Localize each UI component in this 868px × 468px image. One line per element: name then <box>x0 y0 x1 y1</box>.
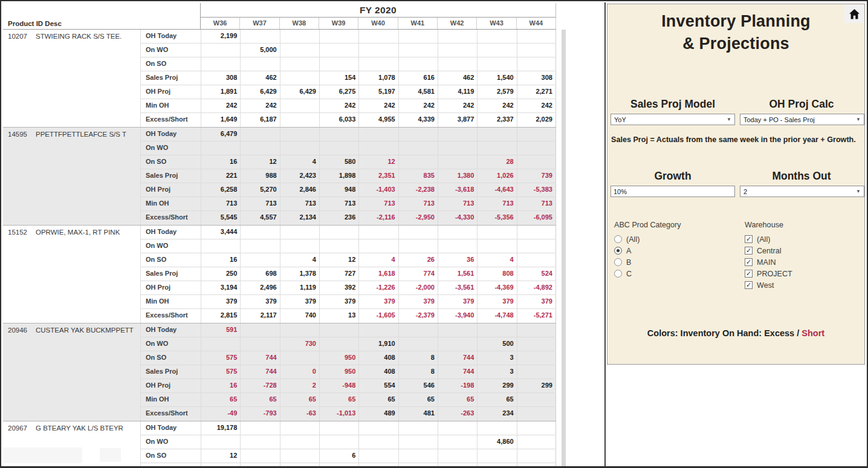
table-cell: 0 <box>280 365 319 379</box>
product-desc: G BTEARY YAK L/S BTEYR <box>36 424 123 432</box>
table-cell: 236 <box>319 211 358 225</box>
table-cell: 591 <box>201 323 240 337</box>
table-cell: 65 <box>319 393 358 406</box>
checkbox-option-central[interactable]: ✓Central <box>745 245 792 256</box>
table-cell: 580 <box>319 155 358 169</box>
table-cell: 2,117 <box>240 309 279 323</box>
table-row: Min OH6565656565656565 <box>140 393 556 407</box>
table-cell: 16 <box>201 155 240 169</box>
radio-option-b[interactable]: B <box>614 256 640 268</box>
months-out-dropdown[interactable]: 2 ▼ <box>740 186 864 197</box>
table-cell: -728 <box>240 379 279 392</box>
table-cell: 65 <box>280 393 319 406</box>
metric-label: OH Proj <box>140 281 201 294</box>
table-cell: 12 <box>201 449 240 463</box>
table-cell <box>240 239 279 253</box>
chevron-down-icon: ▼ <box>856 189 861 194</box>
table-row: Sales Proj575744095040887443 <box>140 365 556 379</box>
table-cell: 408 <box>358 351 398 365</box>
table-cell: -198 <box>438 379 477 392</box>
metric-label: Sales Proj <box>140 267 201 281</box>
table-cell: -263 <box>438 407 477 421</box>
table-cell <box>438 57 477 71</box>
table-cell: 65 <box>438 393 477 406</box>
table-cell <box>438 128 477 141</box>
table-cell: 242 <box>240 99 279 112</box>
table-cell: 234 <box>477 407 516 421</box>
radio-option-label: (All) <box>626 235 640 244</box>
home-icon[interactable] <box>844 5 864 23</box>
growth-input[interactable] <box>611 186 735 197</box>
table-row: Excess/Short1,6496,1876,0334,9554,3393,8… <box>140 113 556 127</box>
table-cell <box>358 128 398 141</box>
metric-label: OH Today <box>140 128 201 141</box>
table-cell: 713 <box>398 197 438 210</box>
table-cell <box>358 30 398 43</box>
table-row: OH Proj1,8916,4296,4296,2755,1974,5814,1… <box>140 85 556 99</box>
metric-label: OH Proj <box>140 85 201 99</box>
table-cell: 546 <box>398 379 438 392</box>
table-cell <box>398 449 438 463</box>
radio-option-all[interactable]: (All) <box>614 233 640 245</box>
placeholder-box <box>100 448 121 462</box>
table-cell: 2,271 <box>517 85 556 99</box>
table-cell <box>438 30 477 43</box>
panel-title-line1: Inventory Planning <box>626 10 846 33</box>
table-cell <box>438 141 477 155</box>
table-cell: 950 <box>319 351 358 365</box>
table-scrollbar[interactable] <box>562 30 566 466</box>
table-row: OH Today6,479 <box>140 128 556 141</box>
table-cell: 3,194 <box>201 281 240 294</box>
table-cell <box>319 435 358 449</box>
table-row: On WO <box>140 141 556 155</box>
inventory-table: Product ID Desc FY 2020 W36W37W38W39W40W… <box>3 3 568 466</box>
checkbox-option-west[interactable]: ✓West <box>745 279 792 291</box>
table-cell <box>280 71 319 85</box>
table-cell: 2,351 <box>358 169 398 183</box>
table-cell <box>240 435 279 449</box>
table-cell <box>517 239 556 253</box>
checkbox-option-project[interactable]: ✓PROJECT <box>745 268 792 279</box>
table-cell: 65 <box>240 393 279 406</box>
table-cell: 730 <box>280 337 319 351</box>
checkbox-option-all[interactable]: ✓(All) <box>745 233 792 245</box>
table-corner-cell: Product ID Desc <box>3 3 201 29</box>
table-cell: -4,643 <box>477 183 516 197</box>
table-cell: 242 <box>477 99 516 112</box>
table-cell <box>398 30 438 43</box>
sales-proj-model-dropdown[interactable]: YoY ▼ <box>611 114 735 125</box>
table-cell: 379 <box>517 295 556 308</box>
table-cell <box>240 463 279 466</box>
oh-proj-calc-dropdown[interactable]: Today + PO - Sales Proj ▼ <box>740 114 864 125</box>
metric-label: On WO <box>140 435 201 449</box>
table-cell <box>517 421 556 435</box>
radio-option-label: C <box>626 270 632 278</box>
table-cell: 16 <box>201 379 240 392</box>
table-row: On WO <box>140 239 556 253</box>
radio-option-a[interactable]: A <box>614 245 640 256</box>
metric-label: Sales Proj <box>140 169 201 183</box>
table-cell: 6,258 <box>201 183 240 197</box>
table-cell <box>201 337 240 351</box>
radio-icon <box>614 247 622 255</box>
table-cell <box>280 57 319 71</box>
table-cell <box>517 407 556 421</box>
table-cell: -5,271 <box>517 309 556 323</box>
table-cell: 500 <box>477 337 516 351</box>
week-header: W44 <box>517 18 556 29</box>
table-row: OH Today2,199 <box>140 30 556 44</box>
table-cell <box>280 99 319 112</box>
radio-option-c[interactable]: C <box>614 268 640 279</box>
table-cell <box>477 323 516 337</box>
table-cell: 379 <box>319 295 358 308</box>
product-group: 20946CUSTEAR YAK BUCKMPPETTOH Today591On… <box>3 323 556 421</box>
table-cell: 2,815 <box>201 309 240 323</box>
months-out-label: Months Out <box>739 170 864 183</box>
metric-label: Excess/Short <box>140 309 201 323</box>
table-cell <box>280 435 319 449</box>
table-cell: -1,226 <box>358 281 398 294</box>
legend-excess: Excess <box>764 328 794 338</box>
product-group: 20967G BTEARY YAK L/S BTEYROH Today19,17… <box>3 421 556 466</box>
table-row: On WO4,860 <box>140 435 556 449</box>
checkbox-option-main[interactable]: ✓MAIN <box>745 256 792 268</box>
